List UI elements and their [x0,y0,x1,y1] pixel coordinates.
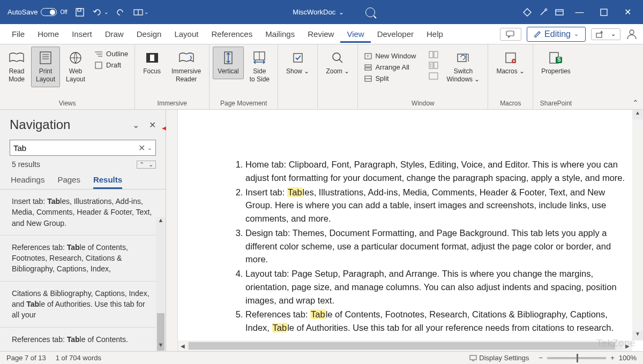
outline-button[interactable]: Outline [91,49,131,59]
close-button[interactable]: ✕ [616,0,640,24]
scroll-up-icon[interactable]: ▲ [156,217,166,226]
search-field[interactable] [13,143,136,153]
comments-button[interactable] [500,28,521,41]
result-count: 5 results [12,160,40,169]
scroll-down-icon[interactable]: ▼ [156,342,166,351]
ribbon-display-icon[interactable] [551,4,567,20]
menu-item-home[interactable]: Home [31,25,65,43]
zoom-slider[interactable]: − + 100% [539,354,637,362]
nav-tab-headings[interactable]: Headings [11,175,44,189]
display-settings-button[interactable]: Display Settings [469,354,529,362]
nav-tab-pages[interactable]: Pages [57,175,80,189]
redo-icon[interactable] [113,4,129,20]
nav-scrollbar[interactable]: ▲ ▼ [156,217,166,351]
editing-mode-button[interactable]: Editing ⌄ [527,27,586,42]
print-layout-button[interactable]: Print Layout [31,47,60,87]
draft-button[interactable]: Draft [91,60,131,70]
nav-result-item[interactable]: References tab: Table of Contents. [0,328,162,351]
ribbon-group-views: Read Mode Print Layout Web Layout Outlin… [0,44,135,109]
search-options-icon[interactable]: ⌄ [147,145,152,151]
ribbon-group-label: Immersive [138,98,206,109]
svg-rect-46 [470,355,476,360]
menu-item-mailings[interactable]: Mailings [259,25,301,43]
zoom-level[interactable]: 100% [619,354,637,362]
page-indicator[interactable]: Page 7 of 13 [6,354,46,362]
svg-rect-30 [365,65,371,67]
menu-item-design[interactable]: Design [130,25,168,43]
menu-item-view[interactable]: View [340,25,370,43]
navigation-options-icon[interactable]: ⌄ [132,120,139,130]
slider-track[interactable] [547,357,606,359]
navigation-tabs: HeadingsPagesResults [0,169,166,189]
switch-windows-button[interactable]: Switch Windows [442,47,484,87]
navigation-close-icon[interactable]: ✕ [149,120,156,130]
autosave-toggle[interactable]: AutoSave Off [8,8,68,16]
menu-item-references[interactable]: References [205,25,259,43]
nav-tab-results[interactable]: Results [93,175,122,189]
read-mode-button[interactable]: Read Mode [3,47,30,87]
undo-icon[interactable]: ⌄ [92,4,108,20]
navigation-search-input[interactable]: ✕ ⌄ [10,140,156,156]
menu-item-draw[interactable]: Draw [99,25,130,43]
menu-item-review[interactable]: Review [301,25,340,43]
navigation-results-list: Insert tab: Tables, Illustrations, Add-i… [0,189,166,351]
arrange-all-button[interactable]: Arrange All [361,62,425,72]
prev-result-icon[interactable]: ⌃ [137,161,146,168]
split-button[interactable]: Split [361,73,425,84]
menu-item-developer[interactable]: Developer [371,25,420,43]
account-icon[interactable] [626,28,638,40]
ribbon: Read Mode Print Layout Web Layout Outlin… [0,44,643,110]
properties-button[interactable]: SProperties [536,47,575,79]
focus-button[interactable]: Focus [138,47,166,79]
svg-point-26 [333,53,340,60]
ribbon-group-label: Macros [491,98,529,109]
save-icon[interactable] [72,4,88,20]
magic-icon[interactable] [535,4,551,20]
next-result-icon[interactable]: ⌄ [146,161,155,168]
statusbar: Page 7 of 13 1 of 704 words Display Sett… [0,351,643,364]
nav-result-item[interactable]: References tab: Table of Contents, Footn… [0,236,162,282]
zoom-out-icon[interactable]: − [539,354,543,362]
zoom-button[interactable]: Zoom [321,47,354,79]
nav-result-item[interactable]: Citations & Bibliography, Captions, Inde… [0,282,162,328]
show-button[interactable]: Show [281,47,314,79]
diamond-icon[interactable] [519,4,535,20]
maximize-button[interactable] [592,0,616,24]
search-icon[interactable] [365,7,375,17]
svg-rect-19 [95,62,102,69]
sync-scrolling-icon[interactable] [429,62,438,69]
clear-search-icon[interactable]: ✕ [136,143,147,153]
svg-rect-21 [150,55,154,61]
share-button[interactable]: ⌄ [591,28,620,40]
minimize-button[interactable]: — [567,0,592,24]
scroll-thumb[interactable] [189,342,615,350]
macros-button[interactable]: Macros [491,47,529,79]
scroll-up-icon[interactable]: ▲ [632,110,643,119]
chevron-down-icon: ⌄ [611,31,616,37]
svg-rect-35 [434,51,438,58]
document-title[interactable]: MiscWorkDoc ⌄ [293,8,344,16]
customize-qat-icon[interactable]: ⌄ [133,4,149,20]
vertical-button[interactable]: Vertical [213,47,243,79]
document-page[interactable]: Home tab: Clipboard, Font, Paragraph, St… [178,110,632,340]
menu-item-help[interactable]: Help [420,25,450,43]
chevron-down-icon: ⌄ [339,9,344,16]
vertical-scrollbar[interactable]: ▲ ▼ [632,110,643,340]
menu-item-file[interactable]: File [5,25,31,43]
immersive-reader-button[interactable]: Immersive Reader [167,47,206,87]
zoom-in-icon[interactable]: + [610,354,615,362]
word-count[interactable]: 1 of 704 words [56,354,101,362]
menu-item-layout[interactable]: Layout [168,25,205,43]
list-item: References tab: Table of Contents, Footn… [245,308,632,335]
menu-item-insert[interactable]: Insert [65,25,99,43]
scroll-left-icon[interactable]: ◀ [178,343,188,349]
side-to-side-button[interactable]: Side to Side [245,47,274,87]
nav-result-item[interactable]: Insert tab: Tables, Illustrations, Add-i… [0,189,162,236]
result-nav-buttons[interactable]: ⌃⌄ [137,161,156,169]
web-layout-button[interactable]: Web Layout [61,47,90,87]
horizontal-scrollbar[interactable]: ◀ ▶ [178,340,632,351]
collapse-ribbon-icon[interactable]: ⌃ [632,98,639,107]
reset-window-icon[interactable] [429,72,438,80]
new-window-button[interactable]: +New Window [361,51,425,61]
view-side-by-side-icon[interactable] [429,51,438,58]
